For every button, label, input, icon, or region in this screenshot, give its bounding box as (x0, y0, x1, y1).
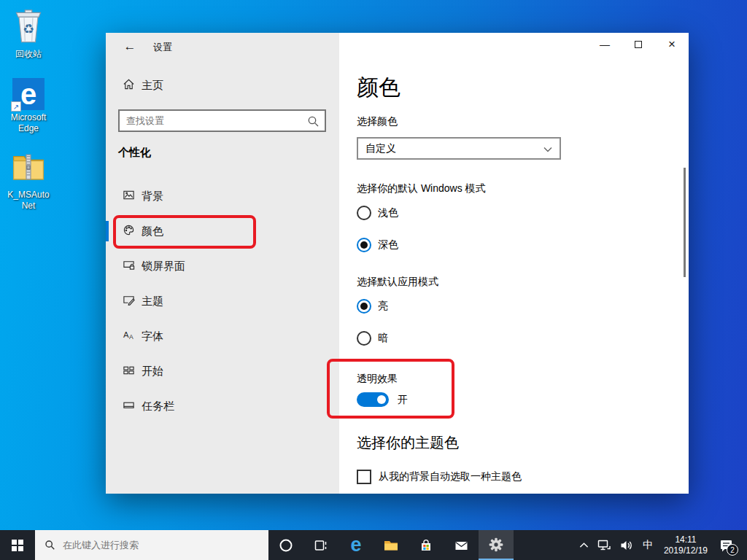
desktop-icon-label: Microsoft Edge (0, 112, 57, 134)
zip-folder-icon (11, 174, 46, 187)
svg-text:♻: ♻ (23, 22, 34, 36)
recycle-bin-icon: ♻ (9, 34, 47, 46)
annotation-rect-transparency (327, 359, 454, 419)
desktop-icon-edge[interactable]: e ↗ Microsoft Edge (0, 78, 57, 134)
desktop-icon-zip[interactable]: K_MSAuto Net (0, 149, 57, 211)
cortana-icon (279, 538, 293, 553)
lockscreen-icon (123, 259, 135, 274)
task-view-button[interactable] (303, 530, 338, 560)
sidebar-item-background[interactable]: 背景 (106, 182, 339, 211)
folder-icon (383, 538, 399, 553)
radio-app-dark[interactable]: 暗 (357, 331, 388, 346)
radio-app-light[interactable]: 亮 (357, 299, 388, 314)
back-button[interactable]: ← (116, 36, 144, 58)
radio-selected-icon (357, 299, 371, 314)
svg-text:A: A (129, 332, 133, 340)
desktop: ♻ 回收站 e ↗ Microsoft Edge K_MSAuto Net ← … (0, 0, 747, 560)
desktop-icon-label: 回收站 (0, 49, 57, 60)
start-grid-icon (123, 364, 135, 379)
close-button[interactable]: × (655, 33, 689, 56)
chevron-up-icon (579, 542, 589, 548)
action-center-button[interactable]: 2 (713, 530, 743, 560)
search-icon (307, 115, 320, 131)
desktop-icon-label: K_MSAuto Net (0, 190, 57, 211)
radio-icon (357, 331, 371, 346)
radio-windows-dark[interactable]: 深色 (357, 238, 398, 252)
dropdown-value: 自定义 (365, 142, 396, 155)
network-button[interactable] (593, 530, 616, 560)
shortcut-arrow-icon: ↗ (11, 101, 21, 112)
radio-selected-icon (357, 238, 371, 252)
cortana-button[interactable] (268, 530, 303, 560)
sidebar-item-themes[interactable]: 主题 (106, 287, 339, 316)
ime-indicator[interactable]: 中 (638, 530, 658, 560)
system-tray: 中 14:11 2019/12/19 2 (575, 530, 747, 560)
desktop-icon-recycle-bin[interactable]: ♻ 回收站 (0, 6, 57, 60)
sidebar-item-fonts[interactable]: A A 字体 (106, 322, 339, 351)
taskbar-icon (123, 399, 135, 414)
selected-indicator (106, 221, 109, 241)
checkbox-icon (357, 470, 371, 484)
sidebar-item-taskbar[interactable]: 任务栏 (106, 392, 339, 421)
file-explorer-button[interactable] (374, 530, 409, 560)
store-icon (419, 538, 433, 553)
annotation-rect-colors (113, 215, 256, 249)
auto-pick-checkbox-row[interactable]: 从我的背景自动选取一种主题色 (357, 470, 522, 484)
mail-button[interactable] (444, 530, 479, 560)
sidebar-item-start[interactable]: 开始 (106, 357, 339, 386)
hidden-icons-button[interactable] (575, 530, 593, 560)
sidebar-item-home[interactable]: 主页 (123, 78, 163, 93)
settings-window: ← 设置 — × 主页 个性化 (106, 33, 689, 494)
sidebar-item-lockscreen[interactable]: 锁屏界面 (106, 252, 339, 281)
radio-icon (357, 206, 371, 220)
theme-color-heading: 选择你的主题色 (357, 433, 459, 453)
settings-taskbar-button[interactable] (479, 530, 514, 560)
gear-icon (488, 537, 504, 553)
svg-text:A: A (123, 330, 129, 339)
choose-color-label: 选择颜色 (357, 115, 398, 128)
taskbar: e (0, 530, 747, 560)
clock[interactable]: 14:11 2019/12/19 (658, 534, 713, 556)
edge-taskbar-button[interactable]: e (338, 530, 374, 560)
windows-mode-label: 选择你的默认 Windows 模式 (357, 182, 486, 195)
mail-icon (454, 538, 469, 553)
chevron-down-icon (543, 142, 552, 155)
maximize-icon (635, 41, 642, 48)
settings-search-input[interactable] (120, 111, 325, 131)
home-icon (123, 78, 135, 93)
maximize-button[interactable] (622, 33, 655, 56)
sidebar-home-label: 主页 (142, 79, 163, 93)
image-icon (123, 189, 135, 204)
radio-windows-light[interactable]: 浅色 (357, 206, 398, 220)
store-button[interactable] (409, 530, 444, 560)
font-icon: A A (123, 329, 135, 344)
start-button[interactable] (0, 530, 35, 560)
page-title: 颜色 (357, 73, 400, 103)
clock-time: 14:11 (664, 534, 708, 545)
task-view-icon (314, 538, 328, 553)
clock-date: 2019/12/19 (664, 545, 708, 556)
minimize-button[interactable]: — (588, 33, 622, 56)
app-mode-label: 选择默认应用模式 (357, 276, 438, 289)
notification-badge: 2 (727, 544, 738, 556)
theme-icon (123, 294, 135, 309)
color-dropdown[interactable]: 自定义 (357, 137, 561, 160)
settings-search-box[interactable] (118, 109, 326, 132)
edge-icon: e ↗ (12, 78, 44, 110)
network-icon (597, 539, 611, 551)
edge-icon: e (350, 535, 361, 555)
windows-logo-icon (12, 540, 23, 551)
taskbar-search-input[interactable] (35, 530, 268, 560)
sidebar-section-label: 个性化 (118, 146, 151, 160)
taskbar-search-box[interactable] (35, 530, 268, 560)
volume-button[interactable] (616, 530, 638, 560)
volume-icon (620, 540, 633, 551)
vertical-scrollbar[interactable] (684, 168, 686, 277)
window-title: 设置 (153, 41, 172, 54)
